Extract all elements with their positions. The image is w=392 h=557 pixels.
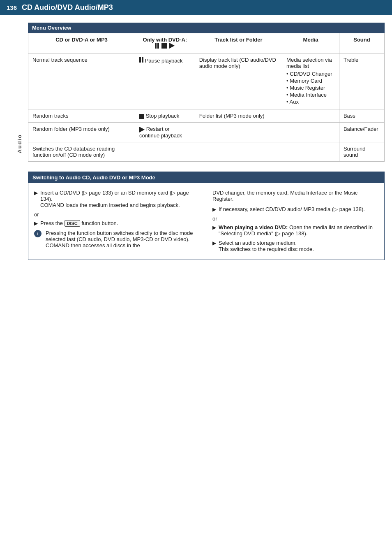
cell-3-1: Random folder (MP3 mode only) — [28, 123, 135, 142]
left-column: ▶ Insert a CD/DVD (▷ page 133) or an SD … — [34, 190, 200, 255]
cell-3-2: Restart or continue playback — [135, 123, 195, 142]
cell-3-4 — [282, 123, 339, 142]
pause-icon — [155, 43, 159, 49]
col-header-2: Only with DVD-A: — [135, 33, 195, 53]
cell-2-5: Bass — [339, 109, 384, 123]
cell-1-1: Normal track sequence — [28, 53, 135, 109]
list-item: CD/DVD Changer — [286, 71, 335, 77]
switching-section-title: Switching to Audio CD, Audio DVD or MP3 … — [28, 172, 384, 183]
left-text-2: Press the DISC function button. — [40, 220, 118, 227]
cell-4-2 — [135, 142, 195, 161]
list-item: Memory Card — [286, 78, 335, 84]
list-item: Music Register — [286, 85, 335, 91]
table-row: Random folder (MP3 mode only) Restart or… — [28, 123, 385, 142]
switching-section: Switching to Audio CD, Audio DVD or MP3 … — [28, 172, 385, 260]
content-area: Audio Menu Overview CD or DVD-A or MP3 O… — [0, 15, 392, 272]
cell-1-3: Display track list (CD audio/DVD audio m… — [195, 53, 282, 109]
table-row: Switches the CD database reading functio… — [28, 142, 385, 161]
cell-3-5: Balance/Fader — [339, 123, 384, 142]
list-item: Aux — [286, 99, 335, 105]
col-header-1: CD or DVD-A or MP3 — [28, 33, 135, 53]
cell-4-4 — [282, 142, 339, 161]
switching-section-content: ▶ Insert a CD/DVD (▷ page 133) or an SD … — [28, 183, 384, 260]
right-item-2: ▶ When playing a video DVD: Open the med… — [212, 224, 378, 237]
left-item-2: ▶ Press the DISC function button. — [34, 220, 200, 227]
cell-2-3: Folder list (MP3 mode only) — [195, 109, 282, 123]
col-header-5: Sound — [339, 33, 384, 53]
table-row: Normal track sequence Pause playback Dis… — [28, 53, 385, 109]
arrow-icon-5: ▶ — [212, 240, 216, 246]
cell-3-3 — [195, 123, 282, 142]
main-content: Menu Overview CD or DVD-A or MP3 Only wi… — [28, 23, 385, 265]
cell-2-2: Stop playback — [135, 109, 195, 123]
arrow-icon-1: ▶ — [34, 190, 38, 196]
right-item-1: ▶ If necessary, select CD/DVD audio/ MP3… — [212, 206, 378, 212]
menu-overview: Menu Overview CD or DVD-A or MP3 Only wi… — [28, 23, 385, 162]
side-tab: Audio — [15, 23, 24, 265]
overview-table: CD or DVD-A or MP3 Only with DVD-A: Trac… — [28, 33, 385, 162]
or-2: or — [212, 216, 378, 222]
info-block: i Pressing the function button switches … — [34, 230, 200, 248]
cell-1-2: Pause playback — [135, 53, 195, 109]
disc-button-label: DISC — [65, 220, 80, 227]
cell-2-1: Random tracks — [28, 109, 135, 123]
left-text-1: Insert a CD/DVD (▷ page 133) or an SD me… — [40, 190, 200, 208]
cell-4-5: Surround sound — [339, 142, 384, 161]
list-item: Media Interface — [286, 92, 335, 98]
pause-icon — [139, 57, 143, 63]
info-text: Pressing the function button switches di… — [46, 230, 200, 248]
cell-4-3 — [195, 142, 282, 161]
two-col-layout: ▶ Insert a CD/DVD (▷ page 133) or an SD … — [34, 190, 378, 255]
cell-1-4: Media selection via media list CD/DVD Ch… — [282, 53, 339, 109]
menu-overview-title: Menu Overview — [28, 23, 385, 33]
cell-2-4 — [282, 109, 339, 123]
info-icon: i — [34, 230, 42, 237]
or-1: or — [34, 211, 200, 218]
arrow-icon-3: ▶ — [212, 207, 216, 212]
arrow-icon-2: ▶ — [34, 220, 38, 226]
left-item-1: ▶ Insert a CD/DVD (▷ page 133) or an SD … — [34, 190, 200, 208]
col-header-4: Media — [282, 33, 339, 53]
right-text-4: Select an audio storage medium.This swit… — [219, 240, 314, 252]
page-header: 136 CD Audio/DVD Audio/MP3 — [0, 0, 392, 15]
right-text-2: If necessary, select CD/DVD audio/ MP3 m… — [219, 206, 365, 212]
page-title: CD Audio/DVD Audio/MP3 — [22, 3, 113, 12]
dvd-icons — [155, 43, 175, 49]
right-item-3: ▶ Select an audio storage medium.This sw… — [212, 240, 378, 252]
arrow-icon-4: ▶ — [212, 225, 216, 230]
play-icon — [169, 43, 175, 49]
media-list: CD/DVD Changer Memory Card Music Registe… — [286, 71, 335, 105]
cell-4-1: Switches the CD database reading functio… — [28, 142, 135, 161]
stop-icon — [161, 43, 167, 49]
stop-icon — [139, 114, 144, 119]
play-icon — [139, 127, 145, 132]
right-text-3: When playing a video DVD: Open the media… — [219, 224, 378, 237]
page-number: 136 — [7, 4, 17, 11]
table-row: Random tracks Stop playback Folder list … — [28, 109, 385, 123]
col-header-3: Track list or Folder — [195, 33, 282, 53]
cell-1-5: Treble — [339, 53, 384, 109]
right-column: DVD changer, the memory card, Media Inte… — [212, 190, 378, 255]
right-text-1: DVD changer, the memory card, Media Inte… — [212, 190, 378, 202]
